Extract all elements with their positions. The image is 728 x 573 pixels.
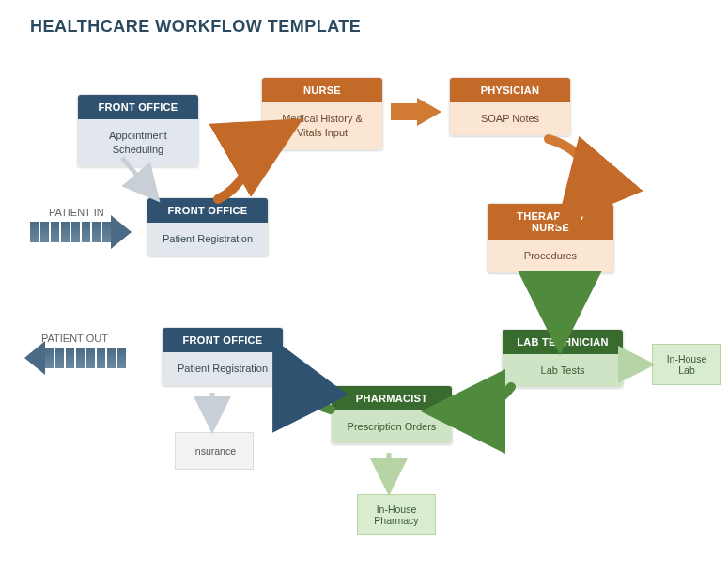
node-pharmacist: PHARMACIST Prescription Orders bbox=[331, 385, 453, 444]
arrow-therapist-to-lab bbox=[541, 267, 579, 329]
node-header: THERAPIST / NURSE bbox=[488, 204, 613, 240]
patient-in-arrow bbox=[30, 222, 113, 242]
node-lab-technician: LAB TECHNICIAN Lab Tests bbox=[502, 329, 624, 388]
node-therapist-nurse: THERAPIST / NURSE Procedures bbox=[487, 203, 614, 273]
node-front-office-registration-1: FRONT OFFICE Patient Registration bbox=[147, 197, 269, 256]
node-header: NURSE bbox=[262, 78, 382, 102]
node-body: Prescription Orders bbox=[332, 410, 452, 443]
patient-out-label: PATIENT OUT bbox=[41, 333, 108, 345]
aux-insurance: Insurance bbox=[175, 432, 254, 470]
node-header: PHYSICIAN bbox=[450, 78, 570, 102]
diagram-canvas: HEALTHCARE WORKFLOW TEMPLATE PATIENT IN … bbox=[0, 0, 728, 573]
arrow-frontoffice-to-insurance bbox=[203, 391, 222, 432]
page-title: HEALTHCARE WORKFLOW TEMPLATE bbox=[30, 17, 361, 37]
arrow-pharm-to-inhouse bbox=[379, 451, 398, 494]
arrow-pharm-to-frontoffice bbox=[280, 364, 336, 417]
node-body: SOAP Notes bbox=[450, 102, 570, 135]
arrow-lab-to-pharmacist bbox=[451, 385, 517, 423]
arrow-lab-to-inhouse bbox=[622, 355, 654, 374]
arrow-reg-to-nurse bbox=[212, 132, 287, 205]
node-front-office-registration-2: FRONT OFFICE Patient Registration bbox=[162, 327, 284, 386]
node-header: FRONT OFFICE bbox=[163, 328, 283, 352]
node-body: Patient Registration bbox=[147, 223, 268, 256]
arrow-nurse-to-physician bbox=[389, 98, 445, 126]
node-header: PHARMACIST bbox=[332, 386, 452, 410]
node-header: FRONT OFFICE bbox=[78, 95, 198, 119]
patient-out-arrow bbox=[45, 348, 128, 368]
aux-in-house-pharmacy: In-House Pharmacy bbox=[357, 494, 436, 535]
patient-in-label: PATIENT IN bbox=[49, 207, 104, 219]
aux-in-house-lab: In-House Lab bbox=[652, 344, 721, 385]
node-body: Patient Registration bbox=[163, 352, 283, 385]
node-physician: PHYSICIAN SOAP Notes bbox=[449, 77, 571, 136]
arrow-appt-to-reg bbox=[113, 156, 169, 203]
node-body: Lab Tests bbox=[503, 354, 623, 387]
arrow-physician-to-therapist bbox=[539, 137, 614, 209]
node-header: LAB TECHNICIAN bbox=[503, 330, 623, 354]
